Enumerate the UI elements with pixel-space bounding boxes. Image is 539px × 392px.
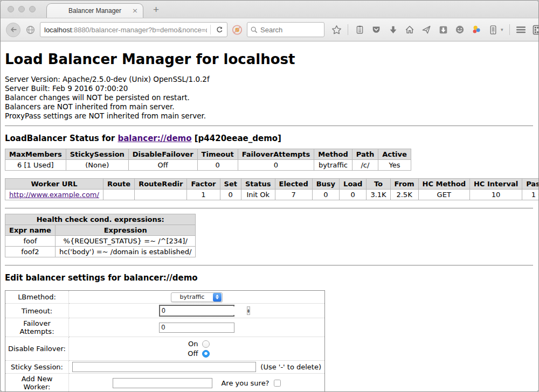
search-bar[interactable]	[247, 22, 324, 37]
worker-status-table: Worker URL Route RouteRedir Factor Set S…	[5, 178, 538, 200]
divider	[5, 208, 533, 209]
home-icon[interactable]	[404, 24, 415, 35]
lbmethod-row: LBmethod: bytraffic	[5, 291, 325, 304]
balancer-persist-note: Balancer changes will NOT be persisted o…	[5, 93, 533, 102]
bookmark-star-icon[interactable]	[331, 24, 342, 35]
tab-title: Balancer Manager	[68, 7, 121, 15]
disable-failover-off-radio[interactable]	[202, 350, 210, 358]
pocket-icon[interactable]	[371, 24, 382, 35]
proxypass-inherit-note: ProxyPass settings are NOT inherited fro…	[5, 111, 533, 121]
browser-window: Balancer Manager × + localhost:8880/bala…	[0, 0, 539, 392]
radio-off-label: Off	[184, 349, 198, 358]
grid-extension-icon[interactable]	[533, 24, 539, 35]
divider	[5, 265, 533, 266]
table-header-row: Worker URL Route RouteRedir Factor Set S…	[5, 179, 539, 190]
zoom-window-button[interactable]	[29, 6, 36, 12]
downloads-icon[interactable]	[388, 24, 398, 35]
edit-balancer-form: LBmethod: bytraffic Timeout: ▲▼	[5, 290, 325, 391]
are-you-sure-checkbox[interactable]	[274, 380, 281, 387]
failover-attempts-row: Failover Attempts:	[5, 318, 325, 337]
table-row: foof %{REQUEST_STATUS} =~ /^[234]/	[5, 236, 196, 247]
disable-failover-label: Disable Failover:	[5, 337, 69, 361]
back-arrow-icon	[9, 25, 18, 34]
colored-dots-extension-icon[interactable]	[471, 24, 482, 35]
number-spinner-icon[interactable]: ▲▼	[247, 306, 250, 315]
globe-icon	[25, 24, 36, 35]
add-worker-label: Add New Worker:	[5, 374, 69, 392]
page-title: Load Balancer Manager for localhost	[5, 51, 533, 67]
timeout-row: Timeout: ▲▼	[5, 304, 325, 318]
reading-list-icon[interactable]	[354, 24, 365, 35]
search-icon	[251, 26, 258, 33]
toolbar-icons: ▾	[331, 24, 539, 35]
sticky-delete-hint: (Use '-' to delete)	[260, 363, 321, 371]
url-text[interactable]: localhost:8880/balancer-manager?b=demo&n…	[44, 26, 207, 34]
health-check-table: Health check cond. expressions: Expr nam…	[5, 214, 196, 257]
minimize-window-button[interactable]	[18, 6, 25, 12]
tab-bar: Balancer Manager × +	[1, 1, 538, 18]
new-tab-button[interactable]: +	[153, 4, 159, 16]
table-row: foof2 hc('body') =~ /domain is establish…	[5, 247, 196, 257]
close-window-button[interactable]	[8, 6, 14, 12]
timeout-input[interactable]	[160, 306, 247, 315]
server-version-line: Server Version: Apache/2.5.0-dev (Unix) …	[5, 75, 533, 84]
tab-close-icon[interactable]: ×	[132, 6, 138, 15]
sticky-session-label: Sticky Session:	[5, 361, 69, 374]
content-blocked-icon[interactable]	[232, 24, 243, 35]
save-page-icon[interactable]	[438, 24, 448, 35]
divider	[5, 125, 533, 127]
disable-failover-on-radio[interactable]	[202, 340, 210, 348]
page-content: Load Balancer Manager for localhost Serv…	[1, 41, 538, 391]
device-dropdown-caret-icon[interactable]: ▾	[501, 27, 503, 32]
balancer-status-table: MaxMembers StickySession DisableFailover…	[5, 149, 411, 171]
disable-failover-row: Disable Failover: On Off	[5, 337, 325, 361]
url-bar[interactable]: localhost:8880/balancer-manager?b=demo&n…	[40, 22, 227, 37]
traffic-lights	[8, 6, 36, 12]
timeout-label: Timeout:	[5, 304, 69, 318]
navigation-toolbar: localhost:8880/balancer-manager?b=demo&n…	[1, 18, 538, 41]
edit-balancer-heading: Edit balancer settings for balancer://de…	[5, 273, 533, 283]
lbmethod-select[interactable]: bytraffic	[171, 292, 223, 302]
back-button[interactable]	[6, 23, 20, 37]
are-you-sure-label: Are you sure?	[221, 379, 269, 387]
balancer-demo-link[interactable]: balancer://demo	[118, 134, 191, 143]
device-battery-icon[interactable]	[488, 24, 499, 35]
server-built-line: Server Built: Feb 9 2016 07:00:20	[5, 84, 533, 93]
table-row: http://www.example.com/ 1 0 Init Ok 7 0 …	[5, 190, 539, 200]
menu-hamburger-icon[interactable]	[516, 24, 527, 35]
table-header-row: MaxMembers StickySession DisableFailover…	[5, 149, 411, 160]
table-header-row: Expr name Expression	[5, 225, 196, 236]
select-stepper-icon	[213, 293, 222, 302]
timeout-input-wrap: ▲▼	[159, 305, 234, 317]
lbmethod-label: LBmethod:	[5, 291, 69, 304]
failover-attempts-label: Failover Attempts:	[5, 318, 69, 337]
url-path: :8880/balancer-manager?b=demo&nonce=decc…	[72, 26, 207, 34]
tab-balancer-manager[interactable]: Balancer Manager ×	[46, 3, 143, 18]
add-worker-input[interactable]	[113, 378, 212, 388]
sticky-session-input[interactable]	[72, 362, 256, 372]
sticky-session-row: Sticky Session: (Use '-' to delete)	[5, 361, 325, 374]
search-input[interactable]	[260, 26, 314, 34]
share-send-icon[interactable]	[421, 24, 432, 35]
loadbalancer-status-heading: LoadBalancer Status for balancer://demo …	[5, 134, 533, 143]
failover-attempts-input[interactable]	[159, 323, 234, 333]
balancer-inherit-note: Balancers are NOT inherited from main se…	[5, 102, 533, 111]
url-host: localhost	[44, 26, 72, 34]
table-row: 6 [1 Used] (None) Off 0 0 bytraffic /c/ …	[5, 160, 411, 171]
reload-icon[interactable]	[214, 24, 225, 35]
table-title-row: Health check cond. expressions:	[5, 214, 196, 225]
feedback-smiley-icon[interactable]	[454, 24, 465, 35]
add-worker-row: Add New Worker: Are you sure?	[5, 374, 325, 392]
worker-url-link[interactable]: http://www.example.com/	[9, 191, 99, 199]
radio-on-label: On	[184, 340, 198, 348]
